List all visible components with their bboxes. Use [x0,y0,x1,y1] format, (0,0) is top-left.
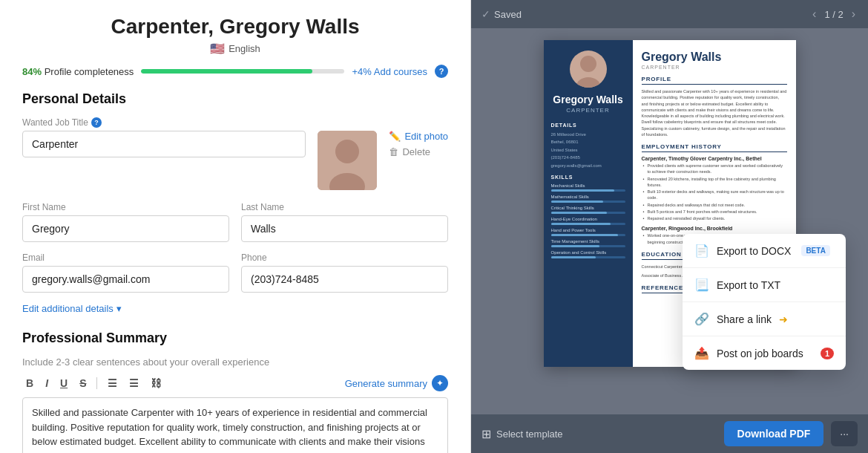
bold-button[interactable]: B [22,375,37,391]
saved-label: Saved [494,9,522,20]
export-docx-item[interactable]: 📄 Export to DOCX BETA [683,234,846,268]
resume-email-detail: gregory.walls@gmail.com [551,163,625,169]
post-job-boards-item[interactable]: 📤 Post on job boards 1 [683,336,846,370]
delete-photo-button[interactable]: 🗑 Delete [389,146,448,157]
left-panel: Carpenter, Gregory Walls 🇺🇸 English 84% … [0,0,471,453]
export-dropdown-menu: 📄 Export to DOCX BETA 📃 Export to TXT 🔗 … [683,234,846,370]
summary-textarea[interactable] [22,397,448,453]
grid-icon: ⊞ [481,427,491,441]
strikethrough-button[interactable]: S [76,375,90,391]
download-pdf-button[interactable]: Download PDF [724,421,824,446]
text-toolbar: B I U S ☰ ☰ ⛓ Generate summary ✦ [22,375,448,391]
phone-input[interactable] [241,266,448,293]
resume-job-1: Carpenter, Timothy Glover Carpentry Inc.… [642,156,787,161]
skill-bar-fill [551,201,603,203]
edit-icon: ✏️ [389,131,401,142]
skill-bar-bg [551,189,625,192]
progress-track [141,69,344,74]
svg-point-3 [580,56,596,72]
last-name-input[interactable] [241,215,448,242]
generate-summary-button[interactable]: Generate summary ✦ [345,375,448,391]
beta-badge: BETA [801,245,829,256]
resume-skills-title: Skills [551,175,625,180]
share-link-label: Share a link [717,313,772,325]
help-icon[interactable]: ? [435,65,448,78]
unordered-list-button[interactable]: ☰ [125,375,142,391]
resume-right-name: Gregory Walls [642,50,787,64]
italic-button[interactable]: I [42,375,52,391]
phone-label: Phone [241,252,448,263]
add-courses-link[interactable]: +4% Add courses [352,66,427,77]
more-options-button[interactable]: ··· [831,421,858,446]
person-avatar-icon [318,131,377,190]
edit-photo-button[interactable]: ✏️ Edit photo [389,131,448,142]
wanted-job-label: Wanted Job Title ? [22,117,306,128]
right-panel: ✓ Saved ‹ 1 / 2 › Gregory Walls Carpente… [471,0,868,453]
first-name-field: First Name [22,202,229,242]
wanted-job-input[interactable] [22,131,306,157]
resume-country: United States [551,147,625,153]
skill-item: Hand and Power Tools [551,228,625,236]
resume-bullet-3: Built 10 exterior decks and walkways, ma… [642,189,787,201]
prev-page-button[interactable]: ‹ [810,7,818,21]
name-fields-row: First Name Last Name [22,202,448,242]
skill-bar-fill [551,234,618,236]
professional-summary-section: Professional Summary Include 2-3 clear s… [22,330,448,453]
personal-details-title: Personal Details [22,91,448,107]
skill-bar-bg [551,201,625,203]
email-input[interactable] [22,266,229,293]
first-name-input[interactable] [22,215,229,242]
resume-preview-area: Gregory Walls Carpenter Details 26 Millw… [471,28,868,414]
resume-bullet-1: Provided clients with supreme customer s… [642,163,787,175]
link-button[interactable]: ⛓ [147,375,165,391]
skill-bar-fill [551,189,614,192]
chevron-down-icon: ▾ [116,303,122,314]
profile-name: Carpenter, Gregory Walls [22,15,448,39]
next-page-button[interactable]: › [849,7,858,21]
resume-avatar-icon [570,50,607,88]
wanted-job-help-icon[interactable]: ? [91,117,102,128]
skill-item: Hand-Eye Coordination [551,217,625,225]
resume-bullet-5: Built 5 porticos and 7 front porches wit… [642,209,787,215]
skill-bar-bg [551,223,625,225]
resume-topbar: ✓ Saved ‹ 1 / 2 › [471,0,868,28]
svg-point-1 [335,140,359,163]
last-name-field: Last Name [241,202,448,242]
resume-left-column: Gregory Walls Carpenter Details 26 Millw… [544,40,633,367]
post-job-boards-label: Post on job boards [717,348,803,359]
resume-role: Carpenter [551,107,625,114]
skill-item: Operation and Control Skills [551,250,625,258]
resume-name: Gregory Walls [551,94,625,105]
resume-job-2: Carpenter, Ringwood Inc., Brookfield [642,226,787,231]
resume-details-title: Details [551,123,625,128]
pro-summary-title: Professional Summary [22,330,448,346]
email-label: Email [22,252,229,263]
export-txt-label: Export to TXT [717,279,780,291]
select-template-button[interactable]: ⊞ Select template [481,427,563,441]
ordered-list-button[interactable]: ☰ [104,375,121,391]
toolbar-divider [96,377,97,389]
skill-item: Mathematical Skills [551,195,625,203]
edit-additional-link[interactable]: Edit additional details ▾ [22,303,448,314]
resume-profile-text: Skilled and passionate Carpenter with 10… [642,88,787,137]
resume-bottom-bar: ⊞ Select template Download PDF ··· [471,414,868,453]
language-label: English [228,43,260,54]
profile-photo [318,131,377,190]
photo-actions: ✏️ Edit photo 🗑 Delete [389,131,448,157]
check-icon: ✓ [481,8,490,20]
arrow-right-icon: ➜ [779,313,788,325]
skill-bar-bg [551,256,625,258]
underline-button[interactable]: U [56,375,71,391]
progress-fill [141,69,312,74]
skills-list: Mechanical Skills Mathematical Skills Cr… [551,183,625,258]
skill-item: Critical Thinking Skills [551,206,625,214]
wanted-job-field: Wanted Job Title ? [22,117,306,157]
personal-details-section: Personal Details Wanted Job Title ? ✏️ [22,91,448,314]
resume-bullet-6: Repaired and reinstalled drywall for cli… [642,215,787,221]
export-txt-item[interactable]: 📃 Export to TXT [683,268,846,302]
page-indicator: 1 / 2 [824,9,843,20]
skill-bar-bg [551,212,625,214]
skill-name: Mechanical Skills [551,183,625,188]
flag-icon: 🇺🇸 [210,42,225,56]
share-link-item[interactable]: 🔗 Share a link ➜ [683,302,846,336]
